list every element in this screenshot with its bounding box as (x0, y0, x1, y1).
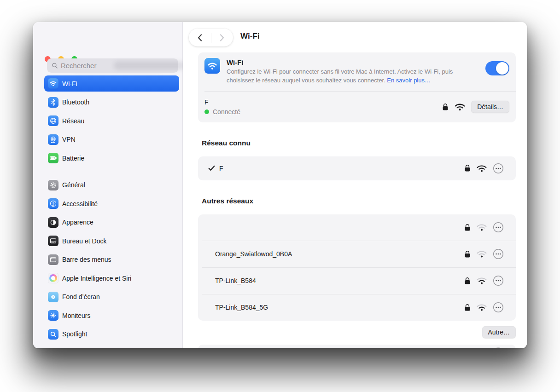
lock-icon (442, 103, 449, 111)
sidebar-item-label: Accessibilité (62, 200, 98, 208)
toggle-knob (496, 62, 508, 75)
wifi-icon (204, 58, 220, 74)
content-pane: Wi-Fi Wi-Fi Configurez le Wi-Fi pour con… (183, 22, 527, 348)
partial-card (198, 345, 516, 348)
globe-icon (48, 115, 58, 126)
sidebar-item-spotlight[interactable]: Spotlight (44, 326, 179, 342)
network-name: F (204, 98, 240, 106)
wifi-card-title: Wi-Fi (227, 58, 479, 66)
network-name: TP-Link_B584_5G (215, 304, 268, 311)
network-row[interactable]: Orange_Swiatlowod_0B0A (198, 241, 516, 267)
known-network-card: F (198, 156, 516, 180)
sidebar-item-label: Bluetooth (62, 98, 89, 106)
sidebar-item-label: Moniteurs (62, 312, 90, 319)
appearance-icon (48, 217, 58, 228)
more-options-button[interactable] (493, 347, 504, 348)
menu-bar-icon (48, 254, 58, 265)
wifi-signal-icon (477, 277, 487, 284)
sidebar-item-label: Apparence (62, 219, 93, 226)
sidebar-item-barre-des-menus[interactable]: Barre des menus (44, 252, 179, 268)
network-row[interactable]: TP-Link_B584_5G (198, 294, 516, 321)
scroll-area: Wi-Fi Configurez le Wi-Fi pour connecter… (183, 51, 527, 348)
other-network-button[interactable]: Autre… (482, 326, 516, 338)
more-options-button[interactable] (493, 248, 504, 259)
back-button[interactable] (198, 34, 202, 41)
learn-more-link[interactable]: En savoir plus… (387, 77, 431, 84)
wifi-signal-icon (477, 250, 487, 258)
network-row[interactable]: F (198, 156, 516, 180)
wifi-signal-icon (477, 304, 487, 311)
gear-icon (48, 180, 58, 190)
more-options-button[interactable] (493, 222, 504, 233)
sidebar-item-label: Spotlight (62, 330, 87, 338)
page-title: Wi-Fi (240, 22, 260, 51)
network-name: F (219, 165, 223, 172)
wifi-signal-icon (477, 224, 487, 231)
more-options-button[interactable] (493, 163, 504, 174)
sidebar-item-fond-decran[interactable]: Fond d’écran (44, 289, 179, 305)
system-settings-window: Wi-Fi Bluetooth Réseau VPN (33, 22, 527, 348)
more-options-button[interactable] (493, 275, 504, 286)
vpn-globe-icon (48, 134, 58, 145)
redacted-text (114, 61, 185, 70)
sidebar: Wi-Fi Bluetooth Réseau VPN (33, 22, 183, 348)
display-sun-icon (48, 310, 58, 321)
other-networks-card: Orange_Swiatlowod_0B0A TP-Link_B584 (198, 214, 516, 321)
section-heading-others: Autres réseaux (202, 197, 516, 205)
lock-icon (464, 277, 471, 285)
search-field[interactable] (47, 58, 178, 73)
network-name: Orange_Swiatlowod_0B0A (215, 250, 292, 258)
network-name: TP-Link_B584 (215, 277, 256, 284)
battery-icon (48, 153, 58, 163)
wifi-signal-icon (455, 103, 465, 111)
lock-icon (464, 250, 471, 258)
sidebar-item-bluetooth[interactable]: Bluetooth (44, 94, 179, 110)
sidebar-item-label: Apple Intelligence et Siri (62, 275, 131, 282)
sidebar-item-wifi[interactable]: Wi-Fi (44, 75, 179, 92)
connected-network-row: F Connecté Détails… (198, 92, 516, 122)
sidebar-item-reseau[interactable]: Réseau (44, 113, 179, 129)
accessibility-icon (48, 198, 58, 209)
lock-icon (464, 224, 471, 231)
wifi-toggle-card: Wi-Fi Configurez le Wi-Fi pour connecter… (198, 52, 516, 122)
nav-buttons (189, 29, 233, 46)
desktop-dock-icon (48, 236, 58, 246)
siri-icon (48, 273, 58, 283)
wifi-icon (48, 78, 58, 89)
lock-icon (464, 304, 471, 311)
network-row[interactable] (198, 214, 516, 241)
more-options-button[interactable] (493, 302, 504, 313)
sidebar-item-label: Fond d’écran (62, 293, 100, 300)
sidebar-item-accessibilite[interactable]: Accessibilité (44, 196, 179, 212)
sidebar-item-label: VPN (62, 136, 76, 143)
connection-status: Connecté (213, 108, 240, 115)
sidebar-item-label: Général (62, 181, 85, 189)
sidebar-item-label: Barre des menus (62, 256, 111, 263)
wifi-signal-icon (477, 165, 487, 172)
sidebar-item-label: Réseau (62, 117, 84, 125)
section-heading-known: Réseau connu (202, 139, 516, 147)
connected-dot (204, 110, 209, 114)
wifi-description: Configurez le Wi-Fi pour connecter sans … (227, 68, 479, 85)
sidebar-item-moniteurs[interactable]: Moniteurs (44, 307, 179, 323)
sidebar-nav: Wi-Fi Bluetooth Réseau VPN (44, 75, 179, 345)
checkmark-icon (208, 165, 215, 171)
sidebar-item-apparence[interactable]: Apparence (44, 214, 179, 231)
network-row[interactable]: TP-Link_B584 (198, 268, 516, 294)
lock-icon (464, 164, 471, 172)
sidebar-item-label: Bureau et Dock (62, 237, 107, 245)
magnifier-icon (48, 329, 58, 340)
search-icon (52, 62, 58, 69)
bluetooth-icon (48, 97, 58, 108)
sidebar-item-bureau-et-dock[interactable]: Bureau et Dock (44, 233, 179, 249)
details-button[interactable]: Détails… (471, 101, 509, 113)
wallpaper-flower-icon (48, 292, 58, 302)
sidebar-item-general[interactable]: Général (44, 177, 179, 193)
sidebar-item-batterie[interactable]: Batterie (44, 150, 179, 166)
wifi-toggle[interactable] (485, 61, 509, 75)
sidebar-item-vpn[interactable]: VPN (44, 132, 179, 148)
forward-button[interactable] (220, 34, 224, 41)
sidebar-item-apple-intelligence-siri[interactable]: Apple Intelligence et Siri (44, 270, 179, 286)
sidebar-item-label: Batterie (62, 155, 84, 162)
content-header: Wi-Fi (183, 22, 527, 51)
